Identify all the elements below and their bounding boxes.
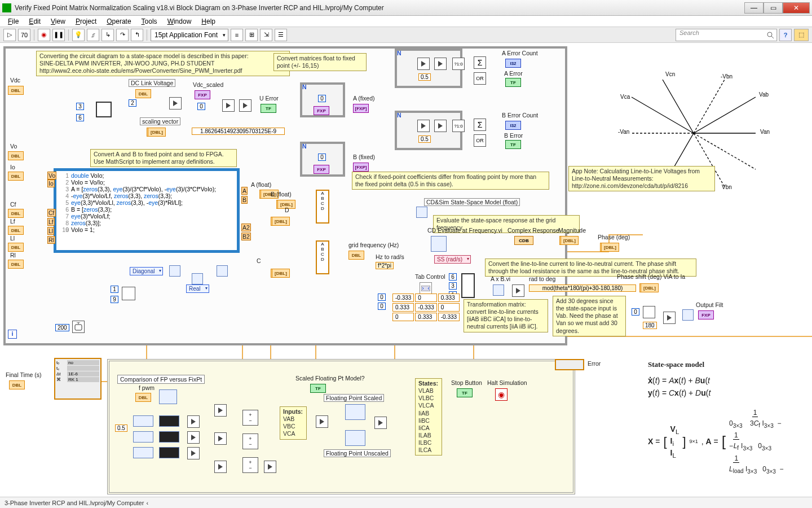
indicator-dclink[interactable]: DBL bbox=[135, 89, 151, 98]
matrix-diag-vi[interactable] bbox=[169, 265, 180, 277]
menu-edit[interactable]: Edit bbox=[24, 16, 45, 27]
cd-evaluate-vi[interactable] bbox=[431, 236, 447, 252]
indicator-mag[interactable]: [DBL] bbox=[559, 236, 579, 245]
menu-operate[interactable]: Operate bbox=[102, 16, 135, 27]
mathscript-node[interactable]: double VoIo; VoIo = Vo/Io; A = [zeros(3,… bbox=[54, 168, 240, 253]
terminal-vdc[interactable]: DBL bbox=[8, 86, 24, 95]
const-3b[interactable]: 3 bbox=[449, 282, 457, 290]
cd-construct-ss-vi[interactable] bbox=[416, 207, 427, 218]
bool-to-int-a[interactable]: ?1:0 bbox=[452, 58, 465, 70]
highlight-exec-button[interactable]: 💡 bbox=[72, 29, 85, 41]
fxp-cast-a[interactable]: FXP bbox=[314, 106, 329, 115]
terminal-scaledfp[interactable]: TF bbox=[310, 384, 326, 393]
mul-v3[interactable] bbox=[214, 461, 227, 473]
output-filter-vi[interactable] bbox=[682, 309, 694, 321]
maximize-button[interactable]: ▭ bbox=[764, 2, 783, 14]
step-into-button[interactable]: ↳ bbox=[102, 29, 114, 41]
indicator-aerrc[interactable]: I32 bbox=[505, 59, 521, 68]
const-9[interactable]: 9 bbox=[111, 296, 118, 303]
const-0c[interactable]: 0 bbox=[378, 294, 386, 301]
index-phaseshift[interactable] bbox=[643, 306, 655, 318]
const-3[interactable]: 3 bbox=[76, 103, 84, 110]
sum-berr[interactable]: Σ bbox=[474, 119, 486, 131]
const-scale-value[interactable]: 1.86264514923095703125E-9 bbox=[192, 128, 285, 135]
expr-hzrad[interactable]: f*2*pi bbox=[376, 262, 394, 269]
const-0-vdc[interactable]: 0 bbox=[197, 103, 205, 110]
terminal-fpwm[interactable]: DBL bbox=[135, 393, 151, 402]
vi-icon[interactable]: ⬚ bbox=[794, 29, 809, 41]
const-0d[interactable]: 0 bbox=[378, 303, 386, 310]
const-1[interactable]: 1 bbox=[111, 286, 118, 293]
font-selector[interactable]: 15pt Application Font bbox=[151, 29, 228, 41]
reorder-button[interactable]: ☰ bbox=[275, 29, 287, 41]
indicator-complex[interactable]: CDB bbox=[514, 236, 533, 245]
terminal-gridfreq[interactable]: DBL bbox=[348, 251, 364, 260]
indicator-output-filt[interactable]: FXP bbox=[698, 310, 714, 319]
sim-config-cluster[interactable]: t₀no tₑ Δt1E-6 ⌘RK 1 bbox=[54, 358, 102, 400]
const-05-c[interactable]: 0.5 bbox=[115, 424, 127, 432]
terminal-ll[interactable]: DBL bbox=[8, 243, 24, 252]
indicator-phase[interactable]: [DBL] bbox=[600, 243, 619, 252]
add-180-node[interactable] bbox=[663, 312, 676, 324]
matrix-build-vi[interactable] bbox=[217, 265, 228, 277]
mul-v1[interactable] bbox=[214, 404, 227, 417]
terminal-rl[interactable]: DBL bbox=[8, 260, 24, 269]
or-aerr[interactable]: OR bbox=[474, 72, 486, 85]
run-button[interactable]: ▷ bbox=[3, 29, 16, 41]
menu-tools[interactable]: Tools bbox=[137, 16, 162, 27]
terminal-lf[interactable]: DBL bbox=[8, 226, 24, 235]
transform-matrix-const[interactable]: -0.33300.333 0.333-0.3330 00.333-0.333 bbox=[391, 292, 461, 322]
bool-to-int-b[interactable]: ?1:0 bbox=[452, 120, 465, 132]
sum-ab[interactable]: +− bbox=[242, 410, 258, 426]
terminal-vo[interactable]: DBL bbox=[8, 151, 24, 160]
menu-view[interactable]: View bbox=[46, 16, 70, 27]
gt-aerr[interactable] bbox=[434, 58, 447, 70]
distribute-button[interactable]: ⊞ bbox=[245, 29, 258, 41]
indicator-berr[interactable]: TF bbox=[505, 140, 521, 149]
chevron-left-icon[interactable]: ‹ bbox=[146, 500, 148, 506]
indicator-c-out[interactable]: [DBL] bbox=[271, 269, 290, 278]
menu-project[interactable]: Project bbox=[71, 16, 101, 27]
const-0f[interactable]: 0 bbox=[632, 308, 639, 316]
step-out-button[interactable]: ↰ bbox=[131, 29, 143, 41]
sub-aerr[interactable] bbox=[417, 58, 430, 70]
matrix-real-vi[interactable] bbox=[192, 273, 203, 284]
sum-bc[interactable]: +− bbox=[242, 433, 258, 449]
fxp-cast-b[interactable]: FXP bbox=[314, 165, 329, 174]
menu-help[interactable]: Help bbox=[197, 16, 220, 27]
sine-gen-3[interactable] bbox=[133, 447, 153, 458]
sum-ca[interactable]: +− bbox=[242, 457, 258, 473]
wait-ms-node[interactable] bbox=[72, 321, 85, 333]
pwm-gen-vi[interactable] bbox=[159, 389, 177, 404]
minimize-button[interactable]: — bbox=[744, 2, 764, 14]
block-diagram-canvas[interactable]: Converting the circuit diagram to a stat… bbox=[0, 43, 812, 497]
terminal-io[interactable]: DBL bbox=[8, 172, 24, 181]
mul-v2[interactable] bbox=[214, 432, 227, 445]
menu-window[interactable]: Window bbox=[163, 16, 196, 27]
const-2[interactable]: 2 bbox=[129, 99, 136, 107]
gt-berr[interactable] bbox=[434, 120, 447, 132]
select-ssrad[interactable]: SS (rad/s) bbox=[434, 255, 471, 264]
search-input[interactable]: Search bbox=[676, 29, 777, 41]
scope-2[interactable] bbox=[159, 431, 179, 443]
expr-radeg[interactable]: mod(theta*180/(pi)+30-180,180) bbox=[529, 284, 636, 292]
indicator-uerror[interactable]: TF bbox=[261, 104, 276, 113]
select-real[interactable]: Real bbox=[186, 284, 209, 293]
indicator-aerr[interactable]: TF bbox=[505, 78, 521, 87]
indicator-vdc-scaled[interactable]: FXP bbox=[195, 90, 210, 99]
close-button[interactable]: ✕ bbox=[783, 2, 810, 14]
const-6[interactable]: 6 bbox=[76, 114, 84, 121]
sum-aerr[interactable]: Σ bbox=[474, 56, 486, 69]
indicator-afixed[interactable]: [FXP] bbox=[353, 104, 369, 113]
const-200[interactable]: 200 bbox=[55, 324, 69, 331]
step-over-button[interactable]: ↷ bbox=[116, 29, 129, 41]
scope-1[interactable] bbox=[159, 415, 179, 427]
sine-gen-2[interactable] bbox=[133, 431, 153, 443]
sine-gen-1[interactable] bbox=[133, 415, 153, 427]
or-berr[interactable]: OR bbox=[474, 134, 486, 147]
indicator-berrc[interactable]: I32 bbox=[505, 121, 521, 130]
compare-node-uerr[interactable] bbox=[239, 99, 251, 112]
const-6b[interactable]: 6 bbox=[449, 273, 457, 281]
run-continuous-button[interactable]: 70 bbox=[18, 29, 30, 41]
bundle-by-name-2[interactable]: ABCD bbox=[316, 240, 329, 274]
